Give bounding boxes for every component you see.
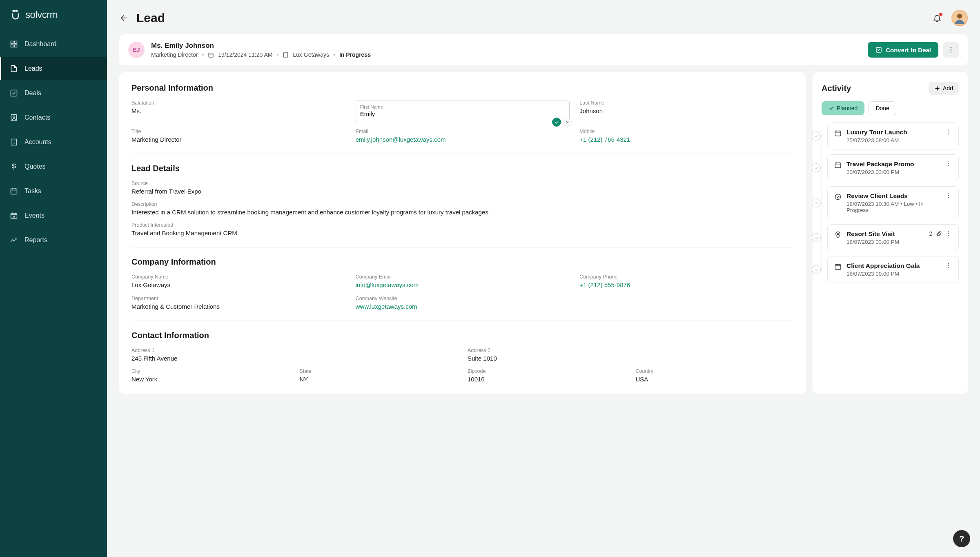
email-label: Email — [356, 129, 570, 134]
mobile-label: Mobile — [579, 129, 794, 134]
first-name-label: First Name — [360, 105, 383, 109]
notifications-button[interactable] — [933, 13, 942, 22]
add-activity-button[interactable]: Add — [929, 82, 959, 95]
activity-more-button[interactable] — [945, 262, 952, 269]
event-icon — [10, 212, 18, 220]
nav-label: Reports — [24, 236, 47, 244]
sidebar-item-quotes[interactable]: Quotes — [0, 155, 107, 178]
activity-complete-toggle[interactable] — [812, 198, 821, 207]
email-value[interactable]: emily.johnson@luxgetaways.com — [356, 136, 570, 143]
activity-complete-toggle[interactable] — [812, 233, 821, 242]
sidebar-item-contacts[interactable]: Contacts — [0, 106, 107, 129]
activity-title: Resort Site Visit — [846, 230, 924, 238]
company-name-label: Company Name — [131, 274, 346, 280]
activity-title: Activity — [822, 84, 851, 93]
tab-planned[interactable]: Planned — [822, 101, 864, 115]
company-phone-value[interactable]: +1 (212) 555-9876 — [579, 281, 794, 288]
sidebar-item-reports[interactable]: Reports — [0, 229, 107, 252]
svg-rect-5 — [15, 45, 17, 47]
svg-point-26 — [948, 161, 949, 162]
svg-point-32 — [948, 197, 949, 198]
nav-label: Accounts — [24, 138, 51, 146]
tab-done[interactable]: Done — [869, 101, 896, 115]
last-name-value: Johnson — [579, 107, 794, 114]
company-site-value[interactable]: www.luxgetaways.com — [356, 303, 570, 310]
sidebar-item-leads[interactable]: Leads — [0, 57, 107, 80]
back-button[interactable] — [119, 13, 129, 23]
activity-more-button[interactable] — [945, 230, 952, 237]
calendar-icon — [208, 52, 214, 58]
cancel-edit-button[interactable] — [563, 118, 572, 127]
sidebar-item-dashboard[interactable]: Dashboard — [0, 33, 107, 56]
source-label: Source — [131, 180, 794, 186]
activity-list: Luxury Tour Launch25/07/2023 08:00 AMTra… — [827, 123, 959, 283]
addr1-label: Address 1 — [131, 348, 458, 353]
details-card: Personal Information Salutation Ms. Firs… — [119, 72, 806, 394]
salutation-value: Ms. — [131, 107, 346, 114]
description-label: Description — [131, 201, 794, 207]
department-value: Marketing & Customer Relations — [131, 303, 346, 310]
sidebar-item-events[interactable]: Events — [0, 204, 107, 227]
lead-status: In Progress — [339, 51, 371, 58]
check-sq-icon — [10, 89, 18, 97]
contact-info-title: Contact Information — [131, 331, 794, 340]
company-name-value: Lux Getaways — [131, 281, 346, 288]
personal-info-title: Personal Information — [131, 83, 794, 93]
activity-type-icon — [834, 193, 842, 201]
addr1-value: 245 Fifth Avenue — [131, 355, 458, 362]
company-email-value[interactable]: info@luxgetaways.com — [356, 281, 570, 288]
activity-item[interactable]: Resort Site Visit18/07/2023 03:00 PM2 — [827, 224, 959, 251]
activity-item[interactable]: Review Client Leads18/07/2023 10:30 AM •… — [827, 186, 959, 219]
salutation-label: Salutation — [131, 100, 346, 106]
brand-logo: solvcrm — [0, 9, 107, 33]
activity-more-button[interactable] — [945, 129, 952, 135]
activity-title: Luxury Tour Launch — [846, 129, 940, 136]
city-label: City — [131, 368, 290, 374]
svg-point-35 — [948, 233, 949, 234]
activity-complete-toggle[interactable] — [812, 163, 821, 172]
source-value: Referral from Travel Expo — [131, 188, 794, 195]
activity-item[interactable]: Travel Package Promo20/07/2023 03:00 PM — [827, 154, 959, 181]
confirm-edit-button[interactable] — [552, 118, 561, 127]
nav-label: Events — [24, 212, 45, 219]
nav-label: Deals — [24, 89, 41, 97]
activity-more-button[interactable] — [945, 160, 952, 167]
activity-item[interactable]: Luxury Tour Launch25/07/2023 08:00 AM — [827, 123, 959, 149]
mobile-value[interactable]: +1 (212) 765-4321 — [579, 136, 794, 143]
convert-to-deal-button[interactable]: Convert to Deal — [868, 42, 938, 58]
lead-details-section: Lead Details Source Referral from Travel… — [131, 164, 794, 247]
sidebar-item-deals[interactable]: Deals — [0, 82, 107, 105]
department-label: Department — [131, 296, 346, 301]
lead-date: 19/12/2024 11:20 AM — [218, 51, 272, 58]
activity-more-button[interactable] — [945, 192, 952, 199]
user-avatar[interactable] — [951, 10, 968, 26]
title-label: Title — [131, 129, 346, 134]
company-site-label: Company Website — [356, 296, 570, 301]
activity-meta: 25/07/2023 08:00 AM — [846, 137, 940, 143]
lead-avatar: EJ — [128, 42, 145, 58]
svg-rect-37 — [835, 265, 841, 270]
more-actions-button[interactable] — [943, 42, 959, 58]
svg-rect-10 — [11, 189, 17, 194]
activity-item[interactable]: Client Appreciation Gala18/07/2023 09:00… — [827, 256, 959, 283]
state-value: NY — [300, 376, 458, 383]
activity-complete-toggle[interactable] — [812, 265, 821, 274]
personal-info-section: Personal Information Salutation Ms. Firs… — [131, 83, 794, 154]
activity-type-icon — [834, 129, 842, 137]
help-button[interactable]: ? — [953, 530, 970, 547]
city-value: New York — [131, 376, 290, 383]
activity-card: Activity Add Planned Done Luxury Tour La… — [813, 72, 968, 394]
company-info-section: Company Information Company Name Lux Get… — [131, 257, 794, 321]
notification-dot — [939, 13, 942, 16]
nav-label: Quotes — [24, 163, 46, 170]
activity-complete-toggle[interactable] — [812, 131, 821, 140]
sidebar-item-tasks[interactable]: Tasks — [0, 180, 107, 203]
nav-label: Leads — [24, 65, 42, 72]
lead-header-card: EJ Ms. Emily Johnson Marketing Director … — [119, 34, 968, 65]
svg-rect-6 — [11, 90, 17, 96]
sidebar-item-accounts[interactable]: Accounts — [0, 131, 107, 154]
page-title: Lead — [136, 11, 165, 25]
first-name-edit-field[interactable]: First Name — [356, 100, 570, 121]
first-name-input[interactable] — [360, 110, 566, 117]
activity-meta: 20/07/2023 03:00 PM — [846, 169, 940, 175]
